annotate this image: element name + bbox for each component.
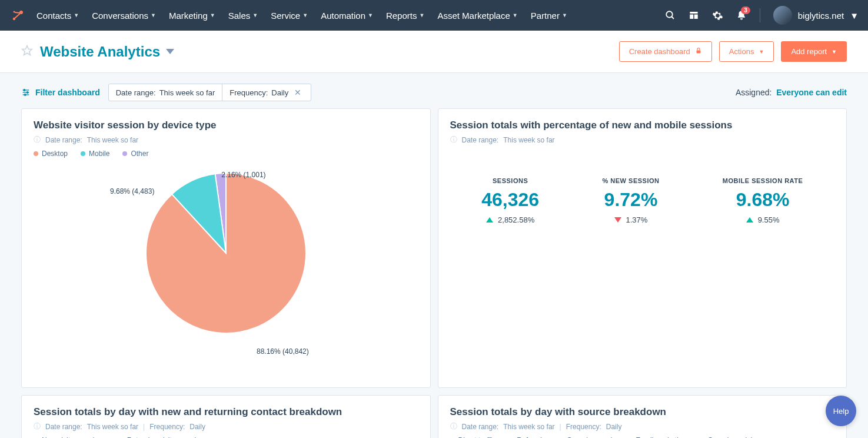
- help-button[interactable]: Help: [826, 396, 856, 426]
- nav-service[interactable]: Service▼: [271, 11, 308, 21]
- legend-item: Other: [122, 150, 148, 158]
- svg-point-17: [24, 94, 26, 96]
- pie-label-other: 2.16% (1,001): [221, 171, 265, 179]
- assigned-label: Assigned:: [736, 88, 771, 97]
- close-icon[interactable]: ✕: [292, 88, 304, 97]
- hubspot-logo[interactable]: [9, 7, 26, 24]
- pie-label-desktop: 88.16% (40,842): [257, 347, 309, 356]
- svg-line-3: [15, 12, 20, 13]
- star-icon[interactable]: [21, 45, 33, 58]
- svg-line-6: [671, 16, 674, 19]
- nav-right: 3 biglytics.net ▼: [665, 6, 859, 25]
- account-menu[interactable]: biglytics.net ▼: [773, 6, 859, 25]
- page-title-text: Website Analytics: [40, 44, 160, 60]
- svg-point-16: [26, 92, 28, 94]
- filter-dashboard-button[interactable]: Filter dashboard: [21, 88, 100, 97]
- nav-label: Marketing: [169, 11, 208, 21]
- filter-chips: Date range: This week so far Frequency: …: [108, 84, 312, 101]
- chevron-down-icon: ▼: [850, 11, 859, 21]
- nav-label: Conversations: [92, 11, 148, 21]
- meta-label: Date range:: [45, 136, 82, 144]
- legend-item: Mobile: [81, 150, 109, 158]
- nav-marketing[interactable]: Marketing▼: [169, 11, 215, 21]
- nav-label: Automation: [321, 11, 365, 21]
- svg-line-4: [15, 14, 20, 18]
- nav-label: Partner: [531, 11, 560, 21]
- assigned-link[interactable]: Everyone can edit: [776, 88, 847, 97]
- meta-label: Frequency:: [149, 423, 185, 431]
- kpi-label: % NEW SESSION: [602, 177, 659, 184]
- marketplace-icon[interactable]: [689, 10, 699, 21]
- account-name: biglytics.net: [798, 11, 844, 21]
- chevron-down-icon: ▼: [562, 12, 567, 18]
- kpi-delta: 1.37%: [602, 215, 659, 224]
- date-range-chip[interactable]: Date range: This week so far: [109, 85, 222, 101]
- svg-point-15: [24, 89, 25, 91]
- nav-label: Service: [271, 11, 300, 21]
- separator: |: [560, 423, 561, 431]
- info-icon[interactable]: ⓘ: [34, 422, 41, 432]
- legend-label: Mobile: [89, 150, 109, 158]
- frequency-chip[interactable]: Frequency: Daily ✕: [222, 84, 311, 101]
- meta-value: This week so far: [503, 423, 554, 431]
- kpi-row: SESSIONS 46,326 2,852.58% % NEW SESSION …: [450, 177, 835, 224]
- button-label: Create dashboard: [629, 47, 690, 56]
- meta-value: This week so far: [503, 136, 554, 144]
- card-sessions-by-day-source: Session totals by day with source breakd…: [438, 395, 847, 438]
- card-session-totals: Session totals with percentage of new an…: [438, 108, 847, 388]
- kpi-label: MOBILE SESSION RATE: [723, 177, 803, 184]
- nav-contacts[interactable]: Contacts▼: [36, 11, 79, 21]
- chevron-down-icon: ▼: [74, 12, 79, 18]
- meta-label: Date range:: [462, 423, 499, 431]
- header-actions: Create dashboard Actions ▼ Add report ▼: [619, 41, 847, 62]
- legend-dot: [34, 151, 38, 156]
- pie-chart: 2.16% (1,001) 9.68% (4,483) 88.16% (40,8…: [34, 165, 418, 377]
- chevron-down-icon: ▼: [151, 12, 156, 18]
- kpi-value: 9.68%: [723, 189, 803, 211]
- nav-partner[interactable]: Partner▼: [531, 11, 567, 21]
- nav-label: Contacts: [36, 11, 71, 21]
- chevron-down-icon: ▼: [759, 49, 764, 55]
- nav-label: Sales: [228, 11, 251, 21]
- info-icon[interactable]: ⓘ: [450, 135, 457, 145]
- search-icon[interactable]: [665, 10, 676, 21]
- card-title: Session totals with percentage of new an…: [450, 120, 835, 131]
- assigned: Assigned: Everyone can edit: [736, 88, 847, 97]
- svg-marker-10: [22, 46, 32, 55]
- page-header: Website Analytics Create dashboard Actio…: [0, 31, 868, 73]
- info-icon[interactable]: ⓘ: [450, 422, 457, 432]
- filter-bar: Filter dashboard Date range: This week s…: [0, 73, 868, 108]
- button-label: Actions: [729, 47, 754, 56]
- meta-label: Date range:: [462, 136, 499, 144]
- triangle-up-icon: [746, 217, 753, 223]
- nav-label: Reports: [386, 11, 417, 21]
- nav-sales[interactable]: Sales▼: [228, 11, 258, 21]
- legend-dot: [81, 151, 85, 156]
- filter-label: Filter dashboard: [35, 88, 100, 97]
- nav-conversations[interactable]: Conversations▼: [92, 11, 156, 21]
- notifications-icon[interactable]: 3: [736, 10, 747, 21]
- chevron-down-icon: [166, 49, 174, 54]
- card-sessions-by-day-contact: Session totals by day with new and retur…: [21, 395, 431, 438]
- nav-asset-marketplace[interactable]: Asset Marketplace▼: [437, 11, 517, 21]
- delta-value: 1.37%: [626, 215, 648, 224]
- create-dashboard-button[interactable]: Create dashboard: [619, 41, 712, 62]
- chevron-down-icon: ▼: [302, 12, 308, 18]
- legend-label: Other: [131, 150, 148, 158]
- nav-reports[interactable]: Reports▼: [386, 11, 424, 21]
- svg-point-5: [666, 11, 673, 18]
- chevron-down-icon: ▼: [210, 12, 215, 18]
- dashboard-selector[interactable]: Website Analytics: [40, 44, 174, 60]
- add-report-button[interactable]: Add report ▼: [781, 41, 847, 62]
- chevron-down-icon: ▼: [368, 12, 373, 18]
- kpi-value: 46,326: [481, 189, 539, 211]
- nav-label: Asset Marketplace: [437, 11, 510, 21]
- actions-button[interactable]: Actions ▼: [719, 41, 774, 62]
- info-icon[interactable]: ⓘ: [34, 135, 41, 145]
- delta-value: 2,852.58%: [498, 215, 534, 224]
- nav-automation[interactable]: Automation▼: [321, 11, 373, 21]
- card-title: Session totals by day with source breakd…: [450, 406, 835, 418]
- settings-icon[interactable]: [712, 10, 723, 21]
- svg-rect-11: [696, 51, 700, 54]
- delta-value: 9.55%: [758, 215, 780, 224]
